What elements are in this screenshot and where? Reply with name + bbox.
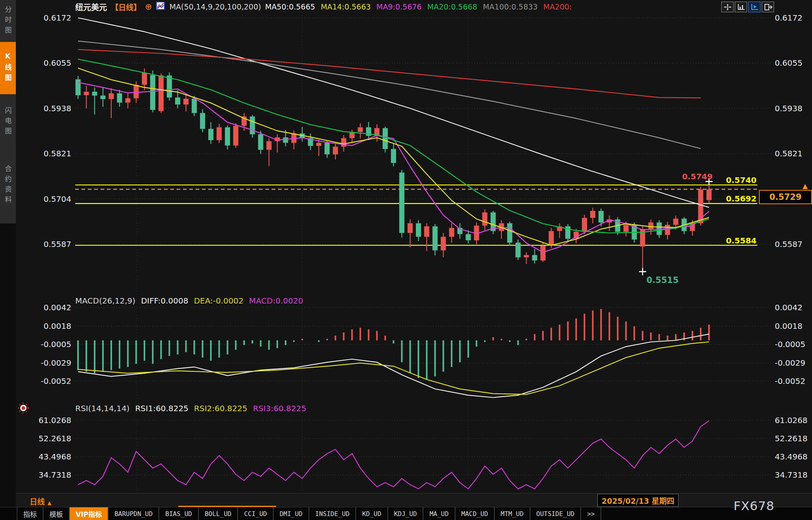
high-marker-label: 0.5749: [682, 172, 713, 181]
axis-tick-label: 0.6172: [21, 13, 71, 23]
toolbar-tab-inside_ud[interactable]: INSIDE_UD: [309, 507, 356, 520]
macd-macd-value: MACD:0.0020: [249, 296, 303, 306]
axis-tick-label: 52.2618: [21, 434, 71, 443]
low-point-cross-marker: [639, 268, 646, 275]
last-price-value: 0.5729: [769, 192, 801, 202]
toolbar-tab-boll_ud[interactable]: BOLL_UD: [199, 507, 238, 520]
candles-group: [76, 68, 712, 271]
toolbar-tab-kd_ud[interactable]: KD_UD: [356, 507, 388, 520]
axis-tick-label: 43.4968: [21, 452, 71, 461]
axis-tick-label: 61.0268: [21, 416, 71, 425]
axis-tick-label: 0.0018: [775, 321, 802, 331]
axis-tick-label: 0.5587: [775, 239, 802, 249]
macd-dea-line: [78, 342, 709, 395]
toolbar-tab-bias_ud[interactable]: BIAS_UD: [159, 507, 198, 520]
axis-tick-label: 0.0042: [21, 303, 71, 312]
indicator-toolbar: 指标模板VIP指标BARUPDN_UDBIAS_UDBOLL_UDCCI_UDD…: [0, 507, 812, 520]
low-marker-label: 0.5515: [646, 275, 679, 285]
axis-tick-label: 0.0018: [21, 321, 71, 331]
period-label: 日线: [30, 497, 45, 506]
toolbar-tab-outside_ud[interactable]: OUTSIDE_UD: [530, 507, 581, 520]
toolbar-tab-[interactable]: 指标: [17, 507, 44, 520]
axis-tick-label: -0.0005: [21, 340, 71, 349]
macd-dea-value: DEA:-0.0002: [194, 296, 243, 306]
toolbar-tab-dmi_ud[interactable]: DMI_UD: [274, 507, 309, 520]
toolbar-tab-[interactable]: >>: [581, 507, 601, 520]
last-price-box: 0.5729: [759, 190, 812, 204]
period-selector[interactable]: 日线 ▲: [30, 496, 51, 507]
rsi2-value: RSI2:60.8225: [194, 404, 248, 413]
toolbar-tab-cci_ud[interactable]: CCI_UD: [238, 507, 274, 520]
axis-tick-label: 0.5821: [21, 149, 71, 158]
axis-tick-label: 61.0268: [775, 416, 808, 425]
watermark-logo: FX678: [734, 499, 774, 513]
macd-panel-header: MACD(26,12,9) DIFF:0.0008 DEA:-0.0002 MA…: [75, 296, 303, 306]
toolbar-tab-ma_ud[interactable]: MA_UD: [423, 507, 455, 520]
axis-tick-label: 0.6172: [775, 13, 802, 23]
crosshair-date-box: 2025/02/13 星期四: [597, 494, 679, 507]
rsi1-value: RSI1:60.8225: [135, 404, 189, 413]
macd-title: MACD(26,12,9): [75, 296, 135, 306]
chart-application-window: 分时图K线图闪电图合约资料 纽元美元 【日线】 ⊕ MA(50,14,9,20,…: [0, 0, 812, 520]
axis-tick-label: -0.0052: [21, 376, 71, 386]
axis-tick-label: 34.7318: [775, 470, 808, 480]
rsi-line: [78, 421, 709, 489]
axis-tick-label: 0.5704: [21, 194, 71, 204]
toolbar-tab-[interactable]: 模板: [44, 507, 70, 520]
period-arrow-icon: ▲: [48, 500, 51, 506]
axis-tick-label: 0.6055: [775, 58, 802, 68]
macd-diff-value: DIFF:0.0008: [141, 296, 188, 306]
axis-tick-label: 0.5587: [21, 239, 71, 249]
axis-tick-label: -0.0052: [775, 376, 805, 386]
toolbar-spacer: [0, 507, 17, 520]
axis-tick-label: -0.0029: [21, 358, 71, 368]
axis-tick-label: 0.5692: [709, 194, 757, 203]
axis-tick-label: -0.0005: [775, 340, 805, 349]
axis-tick-label: 0.5938: [775, 104, 802, 113]
alert-blink-icon[interactable]: [17, 401, 30, 416]
rsi-panel-header: RSI(14,14,14) RSI1:60.8225 RSI2:60.8225 …: [75, 404, 306, 413]
axis-tick-label: 34.7318: [21, 470, 71, 480]
rsi-title: RSI(14,14,14): [75, 404, 130, 413]
axis-tick-label: 0.5938: [21, 104, 71, 113]
axis-tick-label: 0.6055: [21, 58, 71, 68]
toolbar-tab-macd_ud[interactable]: MACD_UD: [456, 507, 495, 520]
axis-tick-label: 43.4968: [775, 452, 808, 461]
axis-tick-label: 0.5821: [775, 149, 802, 158]
axis-tick-label: -0.0029: [775, 358, 805, 368]
axis-tick-label: 0.5740: [709, 175, 757, 185]
candlestick-chart[interactable]: [0, 0, 812, 520]
ma-line-ma9: [78, 82, 709, 252]
time-axis-bar: 日线 ▲ 2025/02/13 星期四: [16, 493, 812, 507]
ma-line-ma50: [78, 18, 709, 207]
axis-tick-label: 0.5584: [709, 236, 757, 245]
toolbar-tab-mtm_ud[interactable]: MTM_UD: [495, 507, 530, 520]
axis-tick-label: 52.2618: [775, 434, 808, 443]
toolbar-tab-vip[interactable]: VIP指标: [70, 507, 109, 520]
rsi3-value: RSI3:60.8225: [253, 404, 307, 413]
toolbar-tab-kdj_ud[interactable]: KDJ_UD: [388, 507, 424, 520]
price-up-arrow-icon: ▲: [802, 182, 808, 190]
toolbar-tab-barupdn_ud[interactable]: BARUPDN_UD: [109, 507, 159, 520]
axis-tick-label: 0.0042: [775, 303, 802, 312]
